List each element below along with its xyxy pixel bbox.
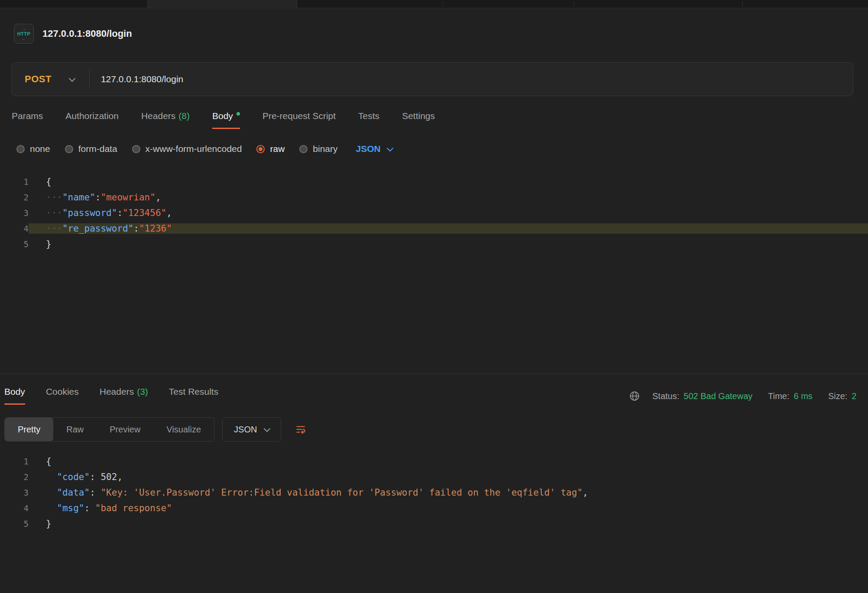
active-request-tab[interactable] [147, 0, 297, 8]
network-icon[interactable] [629, 390, 640, 402]
tab-label: Body [4, 387, 25, 396]
code-text: ···"name":"meowrian", [29, 192, 868, 203]
code-text: "data": "Key: 'User.Password' Error:Fiel… [29, 487, 868, 498]
tab-headers[interactable]: Headers(8) [141, 111, 190, 129]
tab-divider [742, 1, 743, 7]
body-type-label: x-www-form-urlencoded [146, 144, 242, 154]
wrap-lines-icon [295, 424, 306, 435]
postman-app: → HTTP ← 127.0.0.1:8080/login POST 127.0… [0, 0, 868, 593]
radio-icon [132, 145, 140, 153]
status-value: 502 Bad Gateway [683, 391, 752, 401]
request-body-editor[interactable]: 1{2···"name":"meowrian",3···"password":"… [0, 174, 868, 252]
status-label: Status: [652, 391, 679, 401]
code-text: "code": 502, [29, 472, 868, 482]
line-number: 4 [0, 224, 29, 233]
tab-cookies[interactable]: Cookies [46, 387, 79, 405]
body-type-form-data[interactable]: form-data [65, 144, 117, 154]
url-bar: POST 127.0.0.1:8080/login [11, 62, 853, 96]
tab-params[interactable]: Params [12, 111, 43, 129]
body-type-binary[interactable]: binary [299, 144, 337, 154]
line-number: 1 [0, 457, 29, 466]
tab-label: Settings [402, 111, 435, 121]
body-type-label: raw [270, 144, 285, 154]
line-number: 3 [0, 208, 29, 218]
tab-label: Pre-request Script [262, 111, 336, 121]
tab-response-headers[interactable]: Headers(3) [100, 387, 148, 405]
http-icon: → HTTP ← [14, 24, 34, 44]
code-line[interactable]: 3···"password":"123456", [0, 205, 868, 221]
line-number: 2 [0, 193, 29, 202]
code-text: } [29, 519, 868, 529]
tab-divider [443, 1, 443, 7]
tab-label: Headers [100, 387, 134, 396]
tab-test-results[interactable]: Test Results [169, 387, 218, 405]
language-label: JSON [356, 144, 381, 154]
request-title-row: → HTTP ← 127.0.0.1:8080/login [14, 24, 132, 43]
view-label: Preview [110, 425, 140, 435]
body-type-label: binary [313, 144, 337, 154]
code-line[interactable]: 5} [0, 516, 868, 532]
tab-label: Body [212, 111, 233, 121]
code-line[interactable]: 1{ [0, 454, 868, 469]
http-icon-label: HTTP [17, 32, 31, 36]
view-pretty[interactable]: Pretty [5, 418, 53, 441]
time-label: Time: [768, 391, 789, 401]
chevron-down-icon [264, 425, 271, 432]
body-type-x-www-form-urlencoded[interactable]: x-www-form-urlencoded [132, 144, 242, 154]
size-value: 2 [852, 391, 856, 401]
view-label: Pretty [18, 425, 40, 435]
response-view-switcher: Pretty Raw Preview Visualize [4, 417, 214, 442]
response-toolbar: Pretty Raw Preview Visualize JSON [4, 417, 312, 442]
size-label: Size: [828, 391, 847, 401]
view-preview[interactable]: Preview [97, 418, 153, 441]
line-number: 2 [0, 472, 29, 482]
arrow-left-icon: ← [22, 37, 26, 41]
code-line[interactable]: 1{ [0, 174, 868, 190]
response-tabs: Body Cookies Headers(3) Test Results [4, 387, 218, 405]
code-text: "msg": "bad response" [29, 503, 868, 513]
tab-label: Authorization [65, 111, 119, 121]
radio-icon [16, 145, 25, 153]
method-select[interactable]: POST [12, 74, 89, 85]
radio-icon [65, 145, 73, 153]
response-language-select[interactable]: JSON [222, 417, 281, 442]
code-text: } [29, 239, 868, 249]
view-raw[interactable]: Raw [53, 418, 97, 441]
code-line[interactable]: 3 "data": "Key: 'User.Password' Error:Fi… [0, 485, 868, 500]
wrap-lines-button[interactable] [289, 417, 312, 442]
chevron-down-icon [386, 145, 393, 151]
code-line[interactable]: 2 "code": 502, [0, 469, 868, 485]
code-line[interactable]: 2···"name":"meowrian", [0, 190, 868, 205]
tab-tests[interactable]: Tests [358, 111, 379, 129]
code-line[interactable]: 4···"re_password":"1236" [0, 221, 868, 236]
tab-pre-request-script[interactable]: Pre-request Script [262, 111, 336, 129]
code-line[interactable]: 4 "msg": "bad response" [0, 500, 868, 516]
code-text: ···"re_password":"1236" [29, 223, 868, 234]
line-number: 5 [0, 239, 29, 249]
view-visualize[interactable]: Visualize [153, 418, 214, 441]
code-text: ···"password":"123456", [29, 208, 868, 218]
tab-response-body[interactable]: Body [4, 387, 25, 405]
tab-body[interactable]: Body [212, 111, 240, 129]
response-meta: Status: 502 Bad Gateway Time: 6 ms Size:… [629, 390, 856, 402]
body-type-label: none [30, 144, 50, 154]
language-select[interactable]: JSON [356, 144, 392, 154]
tab-settings[interactable]: Settings [402, 111, 435, 129]
radio-selected-icon [256, 145, 265, 153]
code-text: { [29, 177, 868, 187]
body-type-row: none form-data x-www-form-urlencoded raw… [16, 140, 392, 158]
tab-label: Headers [141, 111, 175, 121]
tab-label: Cookies [46, 387, 79, 396]
response-body-editor[interactable]: 1{2 "code": 502,3 "data": "Key: 'User.Pa… [0, 454, 868, 532]
request-tabs: Params Authorization Headers(8) Body Pre… [12, 111, 435, 129]
divider [89, 69, 90, 89]
line-number: 1 [0, 177, 29, 187]
code-line[interactable]: 5} [0, 236, 868, 252]
url-input[interactable]: 127.0.0.1:8080/login [101, 74, 183, 84]
body-type-none[interactable]: none [16, 144, 50, 154]
headers-count: (3) [137, 387, 148, 396]
tab-authorization[interactable]: Authorization [65, 111, 119, 129]
line-number: 5 [0, 519, 29, 529]
body-type-raw[interactable]: raw [256, 144, 285, 154]
workspace-tab-strip[interactable] [0, 0, 868, 8]
